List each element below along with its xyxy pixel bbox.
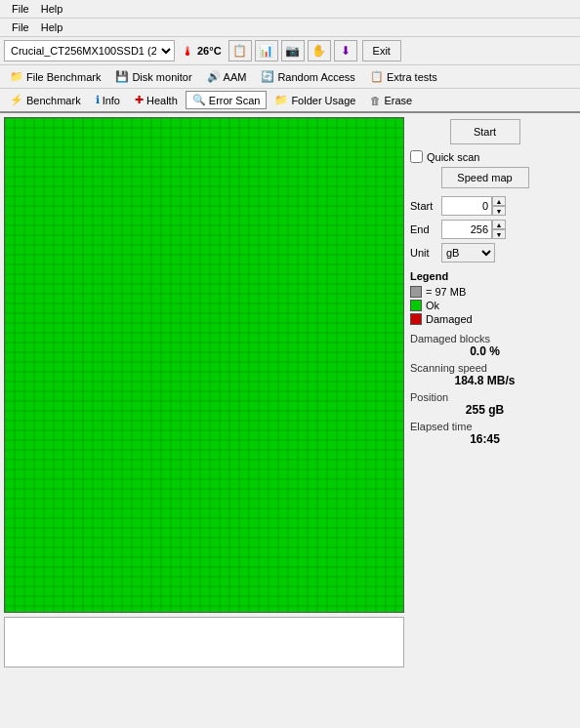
folder-usage-icon: 📁 [274,94,288,106]
end-field-wrap: ▲ ▼ [441,220,506,239]
nav-erase[interactable]: 🗑 Erase [363,91,419,109]
legend-ok-row: Ok [410,300,559,311]
end-field-label: End [410,223,437,235]
info-icon: ℹ [96,94,100,106]
menubar-row1: File Help [0,0,580,19]
disk-monitor-icon: 💾 [115,70,129,83]
menu-help1[interactable]: Help [35,2,69,16]
scan-area: // Will be generated by JS [4,117,404,667]
unit-field-row: Unit gB MB [410,243,559,263]
error-scan-icon: 🔍 [192,94,206,106]
quick-scan-checkbox[interactable] [410,150,423,163]
file-benchmark-icon: 📁 [10,70,23,83]
end-field-input[interactable] [441,220,492,239]
legend-damaged-label: Damaged [426,313,473,325]
quick-scan-label: Quick scan [427,151,479,163]
damaged-blocks-value: 0.0 % [410,344,559,358]
legend-red-box [410,313,422,325]
damaged-blocks-label: Damaged blocks [410,333,559,344]
nav-random-access[interactable]: 🔄 Random Access [254,67,361,86]
end-spin-up[interactable]: ▲ [492,220,506,229]
benchmark-icon: ⚡ [10,94,23,106]
right-panel: Start Quick scan Speed map Start ▲ ▼ [404,117,565,667]
nav-benchmark[interactable]: ⚡ Benchmark [3,91,88,109]
menu-file1[interactable]: File [6,2,35,16]
legend-gray-box [410,286,422,298]
unit-select[interactable]: gB MB [441,243,495,263]
nav-extra-tests[interactable]: 📋 Extra tests [363,67,444,86]
speedmap-button[interactable]: Speed map [441,167,529,188]
nav-top: 📁 File Benchmark 💾 Disk monitor 🔊 AAM 🔄 … [0,65,580,89]
legend-equal-label: = 97 MB [426,286,466,298]
toolbar: Crucial_CT256MX100SSD1 (256 gB) 🌡 26°C 📋… [0,37,580,65]
temperature-display: 26°C [197,45,222,57]
copy-btn[interactable]: 📋 [228,40,252,61]
random-access-icon: 🔄 [261,70,274,83]
nav-bottom: ⚡ Benchmark ℹ Info ✚ Health 🔍 Error Scan… [0,89,580,113]
start-button[interactable]: Start [450,119,520,144]
start-spin-up[interactable]: ▲ [492,196,506,206]
position-value: 255 gB [410,403,559,417]
start-field-wrap: ▲ ▼ [441,196,506,216]
erase-icon: 🗑 [370,95,381,106]
speedmap-btn-wrap: Speed map [410,167,559,188]
legend-section: Legend = 97 MB Ok Damaged [410,270,559,325]
start-field-label: Start [410,200,437,212]
grid-btn[interactable]: 📊 [255,40,278,61]
unit-field-label: Unit [410,247,437,259]
end-spinners: ▲ ▼ [492,220,506,239]
nav-file-benchmark[interactable]: 📁 File Benchmark [3,67,107,86]
menu-help2[interactable]: Help [35,20,69,34]
exit-button[interactable]: Exit [362,40,401,61]
nav-error-scan[interactable]: 🔍 Error Scan [186,91,268,109]
nav-health[interactable]: ✚ Health [128,91,185,109]
scanning-speed-value: 184.8 MB/s [410,374,559,387]
thermometer-icon: 🌡 [182,44,194,59]
position-label: Position [410,391,559,403]
start-field-input[interactable] [441,196,492,216]
hand-btn[interactable]: ✋ [308,40,331,61]
scanning-speed-label: Scanning speed [410,362,559,374]
legend-title: Legend [410,270,559,282]
scan-grid: // Will be generated by JS [4,117,404,613]
elapsed-time-label: Elapsed time [410,421,559,432]
start-btn-wrap: Start [410,119,559,144]
grid-canvas [5,118,404,613]
nav-aam[interactable]: 🔊 AAM [200,67,254,86]
camera-btn[interactable]: 📷 [281,40,305,61]
nav-info[interactable]: ℹ Info [89,91,127,109]
menubar-row2: File Help [0,19,580,37]
main-content: // Will be generated by JS Start Quick s… [0,113,580,671]
menu-file2[interactable]: File [6,20,35,34]
start-spinners: ▲ ▼ [492,196,506,216]
aam-icon: 🔊 [207,70,221,83]
health-icon: ✚ [135,94,144,106]
end-spin-down[interactable]: ▼ [492,229,506,239]
legend-green-box [410,300,422,311]
legend-equal-row: = 97 MB [410,286,559,298]
legend-ok-label: Ok [426,300,439,311]
progress-textbox [4,617,404,667]
start-field-row: Start ▲ ▼ [410,196,559,216]
legend-damaged-row: Damaged [410,313,559,325]
elapsed-time-value: 16:45 [410,432,559,446]
nav-disk-monitor[interactable]: 💾 Disk monitor [108,67,198,86]
drive-select[interactable]: Crucial_CT256MX100SSD1 (256 gB) [4,40,175,61]
end-field-row: End ▲ ▼ [410,220,559,239]
extra-tests-icon: 📋 [370,70,384,83]
start-spin-down[interactable]: ▼ [492,206,506,216]
nav-folder-usage[interactable]: 📁 Folder Usage [268,91,362,109]
quick-scan-row: Quick scan [410,150,559,163]
stats-section: Damaged blocks 0.0 % Scanning speed 184.… [410,333,559,446]
download-btn[interactable]: ⬇ [334,40,357,61]
